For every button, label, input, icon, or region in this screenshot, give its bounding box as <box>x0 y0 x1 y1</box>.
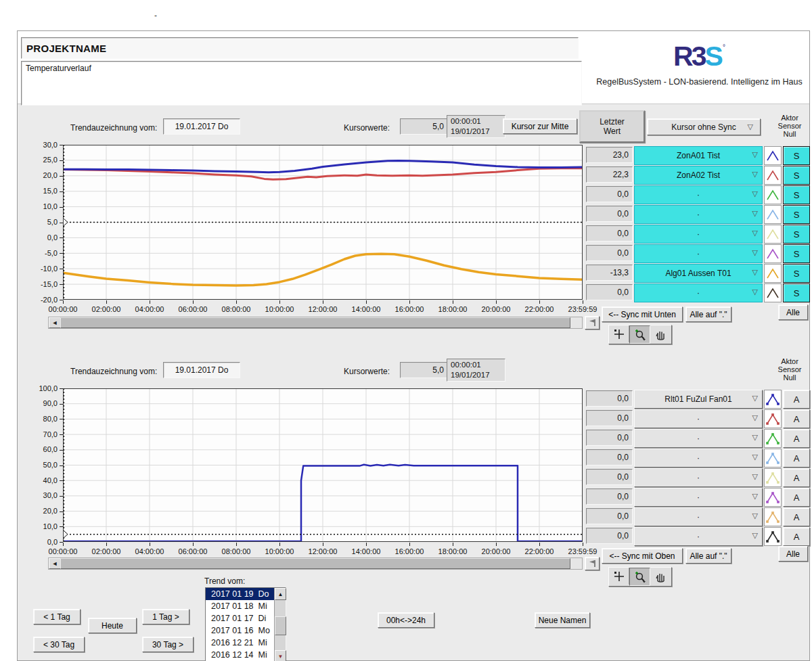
channel-name-select[interactable]: ·▽ <box>634 225 763 244</box>
line-style-icon[interactable] <box>764 527 782 546</box>
line-style-icon[interactable] <box>764 264 782 283</box>
list-scroll-down-button[interactable]: ▼ <box>275 650 286 661</box>
line-style-icon[interactable] <box>764 468 782 487</box>
trend-date-item[interactable]: 2017 01 18 Mi <box>206 600 275 612</box>
alle-auf-punkt-button-top[interactable]: Alle auf "." <box>685 306 731 322</box>
channel-mode-button[interactable]: S <box>783 205 810 224</box>
line-style-icon[interactable] <box>764 244 782 263</box>
alle-button-top[interactable]: Alle <box>778 304 808 320</box>
channel-mode-button[interactable]: S <box>783 264 810 283</box>
crosshair-tool-button[interactable] <box>609 325 629 342</box>
trend-date-item[interactable]: 2016 12 21 Mi <box>206 637 275 649</box>
channel-mode-button[interactable]: A <box>783 507 810 526</box>
channel-mode-button[interactable]: S <box>783 146 810 165</box>
time-scrollbar-top[interactable]: ◄ <box>48 317 583 329</box>
trend-plot-top[interactable] <box>63 145 583 300</box>
heute-button[interactable]: Heute <box>88 618 137 633</box>
scroll-thumb[interactable] <box>60 317 570 328</box>
list-scroll-thumb[interactable] <box>275 616 286 635</box>
zoom-tool-button[interactable] <box>629 325 650 344</box>
channel-mode-button[interactable]: A <box>783 488 810 507</box>
trend-date-item[interactable]: 2016 12 14 Mi <box>206 649 275 661</box>
channel-name-select[interactable]: ·▽ <box>634 244 763 263</box>
trend-date-field-bottom[interactable]: 19.01.2017 Do <box>163 362 240 378</box>
trend-date-field-top[interactable]: 19.01.2017 Do <box>163 118 240 135</box>
line-style-icon[interactable] <box>764 166 782 185</box>
neue-namen-button[interactable]: Neue Namen <box>535 612 590 628</box>
line-style-icon[interactable] <box>764 409 782 428</box>
line-style-icon[interactable] <box>764 283 782 302</box>
channel-name-select[interactable]: ·▽ <box>634 468 763 487</box>
kursor-zur-mitte-button[interactable]: Kursor zur Mitte <box>503 118 577 134</box>
channel-mode-button[interactable]: S <box>783 185 810 204</box>
kursor-ohne-sync-dropdown[interactable]: Kursor ohne Sync ▽ <box>647 118 761 135</box>
channel-name-select[interactable]: ·▽ <box>634 283 763 302</box>
line-style-icon[interactable] <box>764 488 782 507</box>
plus-1-tag-button[interactable]: 1 Tag > <box>142 609 189 624</box>
alle-auf-punkt-button-bottom[interactable]: Alle auf "." <box>685 548 731 564</box>
line-style-icon[interactable] <box>764 146 782 165</box>
line-style-icon[interactable] <box>764 449 782 468</box>
channel-list-top: 23,0ZonA01 Tist▽S22,3ZonA02 Tist▽S0,0·▽S… <box>586 146 809 303</box>
line-style-icon[interactable] <box>764 429 782 448</box>
sync-mit-oben-button[interactable]: <-- Sync mit Oben <box>602 548 683 564</box>
scroll-left-button[interactable]: ◄ <box>49 317 61 328</box>
line-style-icon[interactable] <box>764 205 782 224</box>
channel-name-select[interactable]: Alg01 Aussen T01▽ <box>634 264 763 283</box>
alle-button-bottom[interactable]: Alle <box>778 546 808 562</box>
minus-30-tag-button[interactable]: < 30 Tag <box>33 637 85 652</box>
channel-name-select[interactable]: ·▽ <box>634 449 763 468</box>
minus-1-tag-button[interactable]: < 1 Tag <box>33 609 81 624</box>
x-tick-mark <box>366 300 367 304</box>
letzter-wert-button[interactable]: Letzter Wert <box>579 110 645 143</box>
zoom-icon <box>633 571 647 583</box>
flag-button-top[interactable] <box>585 316 600 329</box>
channel-name-select[interactable]: ZonA01 Tist▽ <box>634 146 763 165</box>
channel-mode-button[interactable]: A <box>783 390 810 409</box>
zoom-tool-button[interactable] <box>629 568 650 586</box>
channel-name-select[interactable]: ·▽ <box>634 507 763 526</box>
trend-date-listbox[interactable]: 2017 01 19 Do2017 01 18 Mi2017 01 17 Di2… <box>205 587 286 661</box>
pan-tool-button[interactable] <box>650 325 670 342</box>
line-style-icon[interactable] <box>764 185 782 204</box>
list-scrollbar[interactable]: ▲ ▼ <box>274 588 286 661</box>
time-scrollbar-bottom[interactable]: ◄ <box>48 557 583 570</box>
channel-mode-button[interactable]: A <box>783 429 810 448</box>
channel-name-select[interactable]: ·▽ <box>634 185 763 204</box>
x-tick-mark <box>409 300 410 304</box>
channel-mode-button[interactable]: A <box>783 449 810 468</box>
line-style-icon[interactable] <box>764 507 782 526</box>
channel-mode-button[interactable]: A <box>783 527 810 546</box>
line-style-icon[interactable] <box>764 225 782 244</box>
channel-name-select[interactable]: Rlt01 FuZul Fan01▽ <box>634 390 763 409</box>
list-scroll-up-button[interactable]: ▲ <box>275 588 286 600</box>
trend-date-item[interactable]: 2017 01 16 Mo <box>206 624 275 637</box>
channel-name-select[interactable]: ·▽ <box>634 205 763 224</box>
scroll-left-button[interactable]: ◄ <box>49 558 61 569</box>
chevron-down-icon: ▽ <box>752 170 758 178</box>
channel-mode-button[interactable]: S <box>783 244 810 263</box>
channel-mode-button[interactable]: S <box>783 283 810 302</box>
channel-mode-button[interactable]: S <box>783 225 810 244</box>
trend-date-item[interactable]: 2017 01 17 Di <box>206 612 275 624</box>
00h-24h-button[interactable]: 00h<->24h <box>378 612 434 628</box>
channel-mode-button[interactable]: S <box>783 166 810 185</box>
channel-mode-button[interactable]: A <box>783 409 810 428</box>
channel-name-select[interactable]: ·▽ <box>634 409 763 428</box>
channel-name-select[interactable]: ·▽ <box>634 488 763 507</box>
plus-30-tag-button[interactable]: 30 Tag > <box>142 637 194 652</box>
pan-tool-button[interactable] <box>650 568 670 585</box>
line-style-icon[interactable] <box>764 390 782 409</box>
x-tick-mark <box>453 300 453 304</box>
crosshair-tool-button[interactable] <box>609 568 629 585</box>
trend-date-item[interactable]: 2017 01 19 Do <box>206 588 275 600</box>
scroll-thumb[interactable] <box>60 558 570 569</box>
channel-name-select[interactable]: ZonA02 Tist▽ <box>634 166 763 185</box>
sync-mit-unten-button[interactable]: <-- Sync mit Unten <box>602 306 683 322</box>
flag-button-bottom[interactable] <box>585 557 600 570</box>
trend-plot-bottom[interactable] <box>63 388 583 542</box>
channel-name-select[interactable]: ·▽ <box>634 429 763 448</box>
channel-mode-button[interactable]: A <box>783 468 810 487</box>
channel-name-select[interactable]: ·▽ <box>634 527 763 546</box>
x-tick-mark <box>193 543 194 546</box>
